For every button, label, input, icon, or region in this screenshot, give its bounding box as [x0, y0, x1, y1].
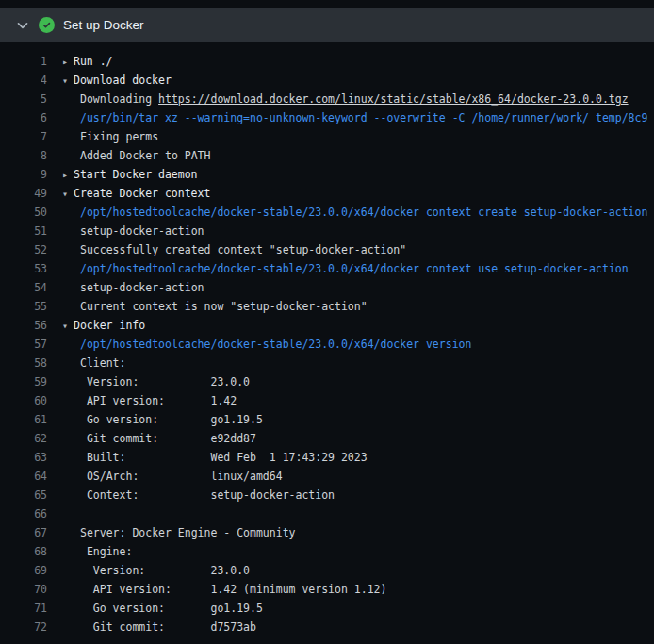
log-line: 52Successfully created context "setup-do… [0, 240, 654, 259]
line-number[interactable]: 6 [0, 108, 47, 127]
line-number[interactable]: 64 [0, 467, 47, 486]
log-line: 7Fixing perms [0, 127, 654, 146]
log-text: Client: [47, 354, 654, 372]
log-text: API version: 1.42 (minimum version 1.12) [47, 580, 654, 599]
log-text: Server: Docker Engine - Community [47, 523, 654, 542]
log-line: 50/opt/hostedtoolcache/docker-stable/23.… [0, 203, 654, 222]
log-line: 60 API version: 1.42 [0, 391, 654, 410]
group-collapsed-icon[interactable]: ▸ [62, 53, 74, 72]
line-number[interactable]: 51 [0, 222, 47, 240]
log-text: Built: Wed Feb 1 17:43:29 2023 [47, 448, 654, 467]
group-title: Run ./ [74, 55, 113, 68]
log-line: 67Server: Docker Engine - Community [0, 523, 654, 542]
line-number[interactable]: 68 [0, 542, 47, 561]
line-number[interactable]: 70 [0, 580, 47, 599]
log-line: 64 OS/Arch: linux/amd64 [0, 467, 654, 486]
line-number[interactable]: 62 [0, 429, 47, 448]
group-header[interactable]: ▾Download docker [47, 71, 654, 91]
group-header[interactable]: ▸Start Docker daemon [47, 165, 654, 185]
line-number[interactable]: 8 [0, 146, 47, 165]
line-number[interactable]: 59 [0, 372, 47, 391]
log-link[interactable]: https://download.docker.com/linux/static… [158, 92, 629, 106]
log-line: 54setup-docker-action [0, 278, 654, 297]
group-title: Docker info [74, 319, 145, 332]
log-text: Go version: go1.19.5 [47, 599, 654, 618]
group-collapsed-icon[interactable]: ▸ [62, 166, 74, 185]
line-number[interactable]: 67 [0, 523, 47, 542]
log-line: 69 Version: 23.0.0 [0, 561, 654, 580]
log-line: 62 Git commit: e92dd87 [0, 429, 654, 448]
log-line: 5Downloading https://download.docker.com… [0, 90, 654, 108]
log-line: 9▸Start Docker daemon [0, 165, 654, 184]
line-number[interactable]: 52 [0, 240, 47, 259]
line-number[interactable]: 60 [0, 391, 47, 410]
line-number[interactable]: 57 [0, 335, 47, 354]
log-command: /opt/hostedtoolcache/docker-stable/23.0.… [47, 259, 654, 278]
group-header[interactable]: ▾Docker info [47, 316, 654, 336]
line-number[interactable]: 66 [0, 504, 47, 523]
line-number[interactable]: 54 [0, 278, 47, 297]
log-line: 57/opt/hostedtoolcache/docker-stable/23.… [0, 335, 654, 354]
line-number[interactable]: 7 [0, 127, 47, 146]
group-expanded-icon[interactable]: ▾ [62, 185, 74, 204]
log-line: 71 Go version: go1.19.5 [0, 599, 654, 618]
group-expanded-icon[interactable]: ▾ [62, 317, 74, 336]
line-number[interactable]: 71 [0, 599, 47, 618]
log-text: Context: setup-docker-action [47, 486, 654, 504]
group-title: Create Docker context [74, 187, 210, 200]
group-header[interactable]: ▸Run ./ [47, 52, 654, 72]
log-text: Git commit: e92dd87 [47, 429, 654, 448]
log-line: 53/opt/hostedtoolcache/docker-stable/23.… [0, 259, 654, 278]
group-title: Start Docker daemon [74, 168, 198, 181]
step-title: Set up Docker [63, 18, 144, 32]
line-number[interactable]: 58 [0, 354, 47, 372]
log-text: Fixing perms [47, 127, 654, 146]
line-number[interactable]: 49 [0, 184, 47, 203]
log-text: Added Docker to PATH [47, 146, 654, 165]
line-number[interactable]: 9 [0, 165, 47, 184]
line-number[interactable]: 65 [0, 486, 47, 504]
log-line: 4▾Download docker [0, 71, 654, 90]
log-text: Go version: go1.19.5 [47, 410, 654, 429]
log-text: Successfully created context "setup-dock… [47, 240, 654, 259]
log-text: API version: 1.42 [47, 391, 654, 410]
log-text: Git commit: d7573ab [47, 618, 654, 636]
log-line: 1▸Run ./ [0, 52, 654, 71]
log-line: 55Current context is now "setup-docker-a… [0, 297, 654, 316]
log-text: Version: 23.0.0 [47, 372, 654, 391]
line-number[interactable]: 72 [0, 618, 47, 636]
chevron-down-icon[interactable] [15, 18, 30, 33]
line-number[interactable]: 56 [0, 316, 47, 335]
log-line: 51setup-docker-action [0, 222, 654, 240]
log-command: /opt/hostedtoolcache/docker-stable/23.0.… [47, 335, 654, 354]
group-expanded-icon[interactable]: ▾ [62, 72, 74, 91]
line-number[interactable]: 69 [0, 561, 47, 580]
line-number[interactable]: 53 [0, 259, 47, 278]
log-line: 66 [0, 504, 654, 523]
log-line: 56▾Docker info [0, 316, 654, 335]
group-title: Download docker [74, 74, 172, 87]
log-text: Engine: [47, 542, 654, 561]
log-text: Downloading https://download.docker.com/… [47, 90, 654, 108]
line-number[interactable]: 5 [0, 90, 47, 108]
group-header[interactable]: ▾Create Docker context [47, 184, 654, 204]
log-text: Current context is now "setup-docker-act… [47, 297, 654, 316]
check-circle-icon [39, 17, 55, 33]
log-text: setup-docker-action [47, 222, 654, 240]
log-text: setup-docker-action [47, 278, 654, 297]
step-header[interactable]: Set up Docker [0, 8, 654, 42]
line-number[interactable]: 61 [0, 410, 47, 429]
log-line: 65 Context: setup-docker-action [0, 486, 654, 504]
log-line: 61 Go version: go1.19.5 [0, 410, 654, 429]
line-number[interactable]: 63 [0, 448, 47, 467]
log-line: 68 Engine: [0, 542, 654, 561]
line-number[interactable]: 4 [0, 71, 47, 90]
line-number[interactable]: 55 [0, 297, 47, 316]
log-line: 70 API version: 1.42 (minimum version 1.… [0, 580, 654, 599]
line-number[interactable]: 50 [0, 203, 47, 222]
line-number[interactable]: 1 [0, 52, 47, 71]
log-text: OS/Arch: linux/amd64 [47, 467, 654, 486]
log-line: 63 Built: Wed Feb 1 17:43:29 2023 [0, 448, 654, 467]
log-line: 59 Version: 23.0.0 [0, 372, 654, 391]
log-text-prefix: Downloading [80, 92, 158, 106]
